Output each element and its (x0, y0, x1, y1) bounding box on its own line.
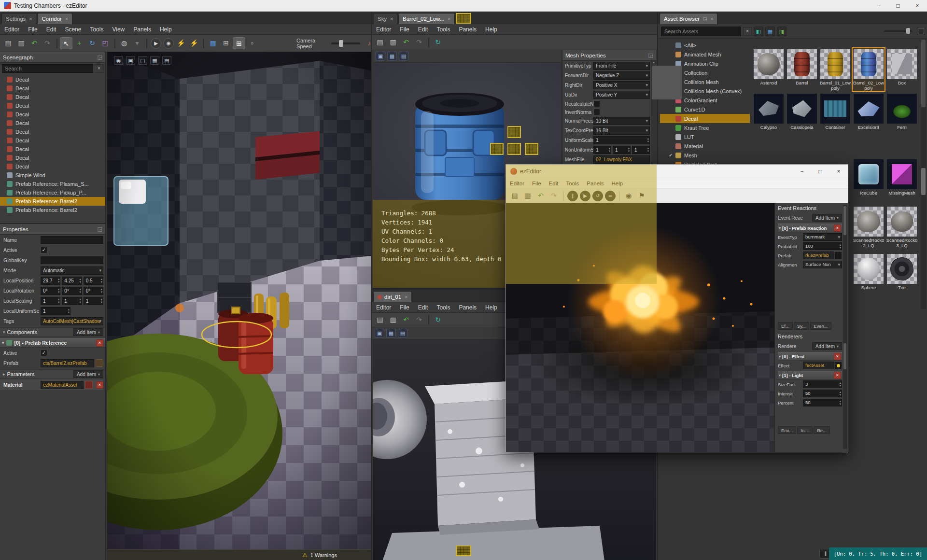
panel-tab[interactable]: Even... (810, 322, 831, 330)
redo-icon[interactable]: ↷ (41, 37, 54, 49)
dock-target-bottom-icon[interactable] (456, 546, 471, 556)
scenegraph-item[interactable]: Decal (0, 162, 105, 171)
menu-item[interactable]: Editor (372, 302, 395, 313)
redo-icon[interactable]: ↷ (413, 36, 425, 48)
menu-item[interactable]: Editor (506, 181, 528, 186)
scrollbar-thumb[interactable] (921, 168, 926, 195)
menu-item[interactable]: Help (155, 24, 176, 35)
asset-type-item[interactable]: Decal (660, 114, 750, 123)
play-game-icon[interactable]: ▶ (151, 38, 161, 49)
save-icon[interactable]: ▤ (508, 190, 521, 202)
slider-thumb[interactable] (906, 28, 910, 34)
scenegraph-item[interactable]: Simple Wind (0, 171, 105, 180)
document-tab[interactable]: Settings × (1, 13, 36, 24)
select-tool-icon[interactable]: ↖ (60, 37, 72, 49)
asset-item[interactable]: Barrel_01_Lowpoly (819, 48, 851, 91)
asset-item[interactable]: Cassiopeia (786, 93, 818, 130)
invert-normals-checkbox[interactable] (593, 109, 600, 115)
play-icon[interactable]: ▶ (580, 191, 590, 201)
particle-editor-window[interactable]: ezEditor − □ × EditorFileEditToolsPanels… (506, 164, 848, 452)
add-parameter-button[interactable]: Add Item▾ (73, 370, 103, 378)
panel-tab[interactable]: Sy... (794, 322, 809, 330)
nonuniform-y-input[interactable]: 1▴▾ (613, 146, 631, 154)
translate-tool-icon[interactable]: + (73, 37, 85, 49)
scenegraph-item[interactable]: Decal (0, 101, 105, 110)
asset-item[interactable]: Box (886, 48, 918, 85)
add-renderer-button[interactable]: Add Item▾ (812, 342, 842, 350)
asset-browser-tab[interactable]: Asset Browser ◲ × (660, 13, 717, 24)
menu-item[interactable]: Scene (60, 24, 85, 35)
document-tab[interactable]: Corridor × (37, 13, 72, 24)
normal-precision-dropdown[interactable]: 10 Bit▾ (593, 117, 650, 125)
menu-item[interactable]: Panels (583, 181, 607, 186)
asset-type-item[interactable]: ✓ Mesh (660, 151, 750, 160)
panel-tab[interactable]: Emi... (778, 426, 796, 434)
menu-item[interactable]: Panels (454, 24, 481, 35)
undo-icon[interactable]: ↶ (400, 36, 412, 48)
loop-icon[interactable]: ∞ (605, 191, 616, 201)
scenegraph-item[interactable]: Decal (0, 93, 105, 101)
scenegraph-item[interactable]: Decal (0, 84, 105, 93)
render-mode-icon[interactable]: ▣ (376, 52, 385, 61)
forward-dir-dropdown[interactable]: Negative Z▾ (593, 71, 650, 80)
separator[interactable] (146, 39, 147, 48)
menu-item[interactable]: Help (481, 302, 502, 313)
clear-search-button[interactable]: × (95, 64, 103, 73)
scene-3d-viewport[interactable]: ◉▣▢▦▤ ⚠ 1 Warnings (107, 52, 371, 560)
asset-item[interactable]: Barrel_02_Lowpoly (853, 48, 885, 91)
menu-item[interactable]: Help (481, 24, 502, 35)
asset-item[interactable]: Fern (886, 93, 918, 130)
mode-dropdown[interactable]: Automatic▾ (41, 266, 103, 275)
clear-search-button[interactable]: × (743, 27, 752, 36)
scaling-x-input[interactable]: 1▴▾ (41, 297, 60, 305)
scrollbar-thumb[interactable] (652, 66, 682, 99)
menu-item[interactable]: Panels (129, 24, 155, 35)
recalculate-normals-checkbox[interactable] (593, 100, 600, 107)
float-panel-icon[interactable]: ◲ (648, 52, 653, 58)
uniform-scaling-input[interactable]: 1▴▾ (593, 136, 650, 144)
name-input[interactable] (41, 236, 103, 244)
size-factor-input[interactable]: 3▴▾ (803, 380, 842, 388)
add-component-button[interactable]: Add Item▾ (73, 328, 103, 336)
intensity-input[interactable]: 50▴▾ (803, 390, 842, 397)
dock-target-top-icon[interactable] (507, 126, 521, 138)
asset-type-item[interactable]: Curve1D (660, 105, 750, 114)
redo-icon[interactable]: ↷ (413, 314, 425, 326)
save-icon[interactable]: ▤ (374, 36, 386, 48)
asset-item[interactable]: ScannedRock03_LQ (886, 206, 918, 248)
panel-tab[interactable]: Be... (814, 426, 830, 434)
asset-item[interactable]: Container (819, 93, 851, 130)
scenegraph-item[interactable]: Prefab Reference: Barrel2 (0, 206, 105, 214)
tab-close-icon[interactable]: × (711, 16, 714, 22)
menu-item[interactable]: File (528, 181, 545, 186)
rotation-x-input[interactable]: 0°▴▾ (41, 287, 60, 295)
uniform-scaling-input[interactable]: 1▴▾ (41, 307, 70, 315)
tab-close-icon[interactable]: × (448, 16, 450, 22)
scenegraph-search-input[interactable] (2, 64, 93, 73)
right-dir-dropdown[interactable]: Positive X▾ (593, 81, 650, 89)
float-panel-icon[interactable]: ◲ (702, 16, 707, 22)
render-mode-icon[interactable]: ▣ (126, 56, 135, 65)
scenegraph-item[interactable]: Prefab Reference: Plasma_S... (0, 180, 105, 188)
grid-icon[interactable]: ▦ (207, 37, 219, 49)
flag-icon[interactable]: ⚑ (635, 190, 648, 202)
run-project-icon[interactable]: ⚡ (188, 37, 200, 49)
component-active-checkbox[interactable]: ✓ (41, 350, 47, 356)
panel-scrollbar[interactable] (843, 205, 847, 449)
separator[interactable] (428, 315, 429, 325)
nonuniform-z-input[interactable]: 1▴▾ (632, 146, 650, 154)
asset-search-input[interactable] (661, 27, 741, 36)
menu-item[interactable]: File (395, 302, 413, 313)
asset-type-item[interactable]: Animated Mesh (660, 50, 750, 59)
scaling-y-input[interactable]: 1▴▾ (62, 297, 82, 305)
globalkey-input[interactable] (41, 256, 103, 264)
menu-item[interactable]: Edit (545, 181, 562, 186)
probability-input[interactable]: 100▴▾ (803, 242, 842, 250)
component-group-header[interactable]: ▾ [0] - Prefab Reference × (0, 338, 105, 348)
remove-material-button[interactable]: × (96, 381, 103, 389)
menu-item[interactable]: Tools (432, 302, 454, 313)
float-panel-icon[interactable]: ◲ (98, 226, 102, 232)
scenegraph-item[interactable]: Prefab Reference: Pickup_P... (0, 188, 105, 197)
maximize-button[interactable]: □ (811, 165, 829, 178)
filter-assets-icon[interactable]: ◧ (754, 27, 763, 36)
